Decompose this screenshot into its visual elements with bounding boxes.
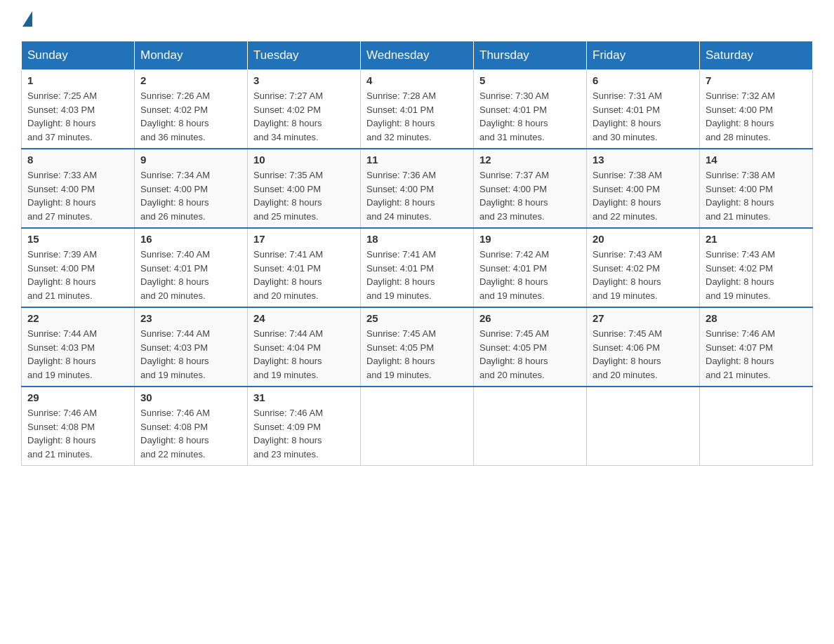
day-number: 16 <box>140 233 241 245</box>
calendar-day-cell: 20Sunrise: 7:43 AMSunset: 4:02 PMDayligh… <box>587 228 700 307</box>
day-info: Sunrise: 7:30 AMSunset: 4:01 PMDaylight:… <box>479 89 581 144</box>
calendar-day-cell: 31Sunrise: 7:46 AMSunset: 4:09 PMDayligh… <box>248 387 361 466</box>
day-number: 14 <box>706 154 807 166</box>
day-info: Sunrise: 7:46 AMSunset: 4:08 PMDaylight:… <box>27 406 128 461</box>
day-number: 8 <box>27 154 128 166</box>
calendar-week-row: 8Sunrise: 7:33 AMSunset: 4:00 PMDaylight… <box>22 149 813 228</box>
calendar-day-cell <box>474 387 587 466</box>
calendar-day-cell: 30Sunrise: 7:46 AMSunset: 4:08 PMDayligh… <box>135 387 248 466</box>
day-info: Sunrise: 7:41 AMSunset: 4:01 PMDaylight:… <box>253 248 355 302</box>
day-info: Sunrise: 7:35 AMSunset: 4:00 PMDaylight:… <box>253 168 355 223</box>
day-info: Sunrise: 7:45 AMSunset: 4:06 PMDaylight:… <box>593 327 694 382</box>
day-info: Sunrise: 7:45 AMSunset: 4:05 PMDaylight:… <box>366 327 468 382</box>
calendar-day-cell <box>700 387 813 466</box>
calendar-day-cell: 12Sunrise: 7:37 AMSunset: 4:00 PMDayligh… <box>474 149 587 228</box>
day-of-week-header: Thursday <box>474 41 587 70</box>
day-info: Sunrise: 7:36 AMSunset: 4:00 PMDaylight:… <box>366 168 468 223</box>
day-number: 7 <box>706 74 807 86</box>
calendar-day-cell <box>361 387 474 466</box>
day-info: Sunrise: 7:42 AMSunset: 4:01 PMDaylight:… <box>479 248 581 302</box>
calendar-day-cell: 24Sunrise: 7:44 AMSunset: 4:04 PMDayligh… <box>248 307 361 387</box>
calendar-day-cell <box>587 387 700 466</box>
calendar-day-cell: 22Sunrise: 7:44 AMSunset: 4:03 PMDayligh… <box>22 307 135 387</box>
calendar-day-cell: 16Sunrise: 7:40 AMSunset: 4:01 PMDayligh… <box>135 228 248 307</box>
page-header <box>21 14 813 27</box>
day-number: 30 <box>140 391 241 403</box>
day-number: 31 <box>253 391 355 403</box>
day-number: 24 <box>253 312 355 324</box>
calendar-day-cell: 26Sunrise: 7:45 AMSunset: 4:05 PMDayligh… <box>474 307 587 387</box>
calendar-day-cell: 4Sunrise: 7:28 AMSunset: 4:01 PMDaylight… <box>361 70 474 149</box>
calendar-table: SundayMondayTuesdayWednesdayThursdayFrid… <box>21 41 813 466</box>
calendar-day-cell: 25Sunrise: 7:45 AMSunset: 4:05 PMDayligh… <box>361 307 474 387</box>
day-info: Sunrise: 7:40 AMSunset: 4:01 PMDaylight:… <box>140 248 241 302</box>
calendar-day-cell: 21Sunrise: 7:43 AMSunset: 4:02 PMDayligh… <box>700 228 813 307</box>
calendar-day-cell: 23Sunrise: 7:44 AMSunset: 4:03 PMDayligh… <box>135 307 248 387</box>
day-number: 13 <box>593 154 694 166</box>
calendar-day-cell: 3Sunrise: 7:27 AMSunset: 4:02 PMDaylight… <box>248 70 361 149</box>
day-info: Sunrise: 7:37 AMSunset: 4:00 PMDaylight:… <box>479 168 581 223</box>
calendar-day-cell: 2Sunrise: 7:26 AMSunset: 4:02 PMDaylight… <box>135 70 248 149</box>
calendar-day-cell: 1Sunrise: 7:25 AMSunset: 4:03 PMDaylight… <box>22 70 135 149</box>
day-number: 26 <box>479 312 581 324</box>
calendar-day-cell: 15Sunrise: 7:39 AMSunset: 4:00 PMDayligh… <box>22 228 135 307</box>
calendar-day-cell: 19Sunrise: 7:42 AMSunset: 4:01 PMDayligh… <box>474 228 587 307</box>
day-number: 19 <box>479 233 581 245</box>
day-number: 11 <box>366 154 468 166</box>
day-info: Sunrise: 7:46 AMSunset: 4:08 PMDaylight:… <box>140 406 241 461</box>
day-info: Sunrise: 7:26 AMSunset: 4:02 PMDaylight:… <box>140 89 241 144</box>
day-number: 18 <box>366 233 468 245</box>
day-number: 17 <box>253 233 355 245</box>
calendar-day-cell: 18Sunrise: 7:41 AMSunset: 4:01 PMDayligh… <box>361 228 474 307</box>
calendar-week-row: 1Sunrise: 7:25 AMSunset: 4:03 PMDaylight… <box>22 70 813 149</box>
day-number: 9 <box>140 154 241 166</box>
calendar-day-cell: 8Sunrise: 7:33 AMSunset: 4:00 PMDaylight… <box>22 149 135 228</box>
day-info: Sunrise: 7:46 AMSunset: 4:07 PMDaylight:… <box>706 327 807 382</box>
day-info: Sunrise: 7:44 AMSunset: 4:04 PMDaylight:… <box>253 327 355 382</box>
day-info: Sunrise: 7:43 AMSunset: 4:02 PMDaylight:… <box>593 248 694 302</box>
day-number: 5 <box>479 74 581 86</box>
day-info: Sunrise: 7:44 AMSunset: 4:03 PMDaylight:… <box>27 327 128 382</box>
day-info: Sunrise: 7:43 AMSunset: 4:02 PMDaylight:… <box>706 248 807 302</box>
day-info: Sunrise: 7:45 AMSunset: 4:05 PMDaylight:… <box>479 327 581 382</box>
day-number: 3 <box>253 74 355 86</box>
calendar-day-cell: 17Sunrise: 7:41 AMSunset: 4:01 PMDayligh… <box>248 228 361 307</box>
day-info: Sunrise: 7:39 AMSunset: 4:00 PMDaylight:… <box>27 248 128 302</box>
day-info: Sunrise: 7:32 AMSunset: 4:00 PMDaylight:… <box>706 89 807 144</box>
calendar-day-cell: 29Sunrise: 7:46 AMSunset: 4:08 PMDayligh… <box>22 387 135 466</box>
day-number: 28 <box>706 312 807 324</box>
calendar-day-cell: 7Sunrise: 7:32 AMSunset: 4:00 PMDaylight… <box>700 70 813 149</box>
logo-triangle-icon <box>22 11 32 27</box>
day-number: 2 <box>140 74 241 86</box>
day-number: 10 <box>253 154 355 166</box>
calendar-day-cell: 27Sunrise: 7:45 AMSunset: 4:06 PMDayligh… <box>587 307 700 387</box>
calendar-week-row: 15Sunrise: 7:39 AMSunset: 4:00 PMDayligh… <box>22 228 813 307</box>
day-info: Sunrise: 7:34 AMSunset: 4:00 PMDaylight:… <box>140 168 241 223</box>
calendar-day-cell: 6Sunrise: 7:31 AMSunset: 4:01 PMDaylight… <box>587 70 700 149</box>
day-number: 20 <box>593 233 694 245</box>
day-number: 23 <box>140 312 241 324</box>
calendar-day-cell: 28Sunrise: 7:46 AMSunset: 4:07 PMDayligh… <box>700 307 813 387</box>
calendar-week-row: 29Sunrise: 7:46 AMSunset: 4:08 PMDayligh… <box>22 387 813 466</box>
calendar-day-cell: 5Sunrise: 7:30 AMSunset: 4:01 PMDaylight… <box>474 70 587 149</box>
day-number: 29 <box>27 391 128 403</box>
day-of-week-header: Sunday <box>22 41 135 70</box>
day-of-week-header: Monday <box>135 41 248 70</box>
day-number: 21 <box>706 233 807 245</box>
day-number: 6 <box>593 74 694 86</box>
day-of-week-header: Tuesday <box>248 41 361 70</box>
day-info: Sunrise: 7:31 AMSunset: 4:01 PMDaylight:… <box>593 89 694 144</box>
day-info: Sunrise: 7:41 AMSunset: 4:01 PMDaylight:… <box>366 248 468 302</box>
calendar-week-row: 22Sunrise: 7:44 AMSunset: 4:03 PMDayligh… <box>22 307 813 387</box>
calendar-day-cell: 10Sunrise: 7:35 AMSunset: 4:00 PMDayligh… <box>248 149 361 228</box>
day-info: Sunrise: 7:38 AMSunset: 4:00 PMDaylight:… <box>706 168 807 223</box>
day-info: Sunrise: 7:27 AMSunset: 4:02 PMDaylight:… <box>253 89 355 144</box>
day-of-week-header: Wednesday <box>361 41 474 70</box>
calendar-day-cell: 14Sunrise: 7:38 AMSunset: 4:00 PMDayligh… <box>700 149 813 228</box>
day-info: Sunrise: 7:46 AMSunset: 4:09 PMDaylight:… <box>253 406 355 461</box>
day-number: 1 <box>27 74 128 86</box>
calendar-day-cell: 11Sunrise: 7:36 AMSunset: 4:00 PMDayligh… <box>361 149 474 228</box>
day-of-week-header: Saturday <box>700 41 813 70</box>
day-number: 12 <box>479 154 581 166</box>
day-info: Sunrise: 7:38 AMSunset: 4:00 PMDaylight:… <box>593 168 694 223</box>
